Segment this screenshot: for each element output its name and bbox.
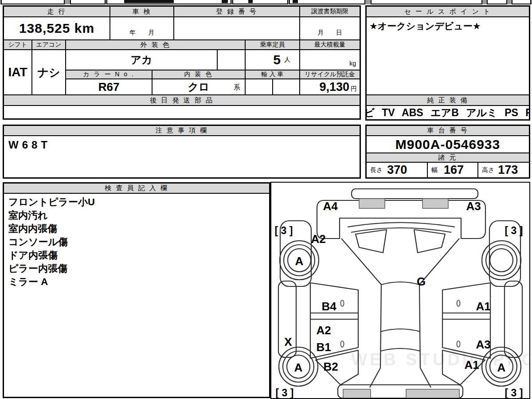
damage-label-x: X <box>284 335 292 348</box>
inspector-item: 室内汚れ <box>8 209 265 222</box>
tire-label-bl: [ 3 ] <box>276 387 294 398</box>
wheel-front-right <box>482 241 521 280</box>
auction-sheet: 走 行 車 検 登 録 番 号 譲渡書類期限 138,525 km 年 月 月 … <box>0 0 532 399</box>
width-value: 167 <box>444 163 464 177</box>
capacity-number: 5 <box>273 52 281 67</box>
height-value: 173 <box>498 163 518 177</box>
capacity-value: 5 人 <box>245 50 300 70</box>
inspector-notes-box: 検 査 員 記 入 欄 フロントピラー小U 室内汚れ 室内内張傷 コンソール傷 … <box>3 182 270 398</box>
hood-line <box>341 239 381 285</box>
front-lamp-left <box>359 199 385 208</box>
sill-right <box>505 281 522 357</box>
cutoff-text-remnant <box>248 0 253 3</box>
door-divider-left <box>310 313 358 319</box>
interior-color-name: クロ <box>188 80 209 94</box>
wheel-label-rr: A <box>497 361 506 374</box>
damage-label-a2-mid: A2 <box>316 324 331 337</box>
chassis-spec-box: 車 台 番 号 M900A-0546933 諸 元 長さ 370 幅 167 高… <box>365 125 530 179</box>
cutoff-cell <box>487 0 507 4</box>
payload-unit: kg <box>300 50 360 70</box>
cowl-curve <box>381 282 419 285</box>
shift-value: IAT <box>4 50 32 95</box>
damage-label-b1: B1 <box>316 340 331 354</box>
cutoff-text-remnant <box>222 0 228 3</box>
seat-right <box>414 230 445 253</box>
aircon-header: エアコン <box>32 40 66 50</box>
color-no-header: カ ラ ー N o . <box>66 70 152 79</box>
sales-point-header: セ ー ル ス ポ イ ン ト <box>366 6 529 17</box>
mileage-value: 138,525 km <box>4 17 110 40</box>
color-no-value: R67 <box>66 79 152 95</box>
damage-label-a3-top: A3 <box>466 200 481 213</box>
capacity-header: 乗車定員 <box>245 40 300 50</box>
inspector-item: コンソール傷 <box>8 235 265 249</box>
damage-label-a1-door: A1 <box>476 300 490 313</box>
import-cell-1 <box>245 79 273 95</box>
inspector-header: 検 査 員 記 入 欄 <box>4 183 270 193</box>
cutoff-cell <box>371 0 482 4</box>
cutoff-cell <box>289 0 365 4</box>
door-handle <box>457 341 460 347</box>
exterior-color-value: アカ <box>66 50 217 70</box>
interior-color-value: クロ 系 <box>152 79 245 95</box>
damage-label-a3-door: A3 <box>476 338 490 351</box>
wiper-arc <box>351 228 451 232</box>
cutoff-cell <box>232 0 288 4</box>
mileage-header: 走 行 <box>4 6 110 17</box>
inspector-item: ピラー内張傷 <box>8 262 265 275</box>
tire-label-tl: [ 3 ] <box>275 225 293 236</box>
door-handle <box>341 341 344 347</box>
aircon-value: ナシ <box>32 50 66 95</box>
cutoff-text-remnant <box>124 0 174 3</box>
width-label: 幅 <box>431 166 438 174</box>
chassis-header: 車 台 番 号 <box>366 125 529 136</box>
registration-header: 登 録 番 号 <box>174 6 300 17</box>
inspector-item: ミラー A <box>8 275 265 289</box>
notes-box: 注 意 事 項 欄 W68T <box>3 125 361 179</box>
transfer-deadline-header: 譲渡書類期限 <box>300 6 360 17</box>
damage-label-a1-quarter: A1 <box>464 358 479 372</box>
rear-lamp-right <box>406 389 459 398</box>
exterior-color-sub-cell <box>217 50 245 70</box>
height-label: 高さ <box>482 166 494 174</box>
length-label: 長さ <box>370 166 383 174</box>
equipment-list: ナビ TV ABS エアB アルミ PS PW <box>366 106 529 120</box>
door-divider-right <box>442 313 490 319</box>
capacity-unit: 人 <box>284 56 290 64</box>
car-top-view-diagram: WEB STUDIO PRO A4 A3 [ 3 ] [ 3 ] A2 A G … <box>271 183 529 398</box>
payload-header: 最大積載量 <box>300 40 360 50</box>
wheel-label-fl: A <box>295 254 304 268</box>
cutoff-cell <box>512 0 531 4</box>
spec-height: 高さ 173 <box>478 162 529 178</box>
inspector-list: フロントピラー小U 室内汚れ 室内内張傷 コンソール傷 ドア内張傷 ピラー内張傷… <box>4 193 270 397</box>
sales-point-box: セ ー ル ス ポ イ ン ト ★オークションデビュー★ 純 正 装 備 ナビ … <box>365 5 530 121</box>
damage-label-b2: B2 <box>323 360 338 373</box>
damage-label-g: G <box>417 275 426 288</box>
damage-diagram-box: WEB STUDIO PRO A4 A3 [ 3 ] [ 3 ] A2 A G … <box>270 182 530 399</box>
door-handle <box>341 300 344 306</box>
interior-color-header: 内 装 色 <box>152 70 245 79</box>
spec-width: 幅 167 <box>427 162 478 178</box>
cutoff-row <box>0 0 532 4</box>
import-header: 輸 入 車 <box>245 70 300 79</box>
notes-text: W68T <box>4 136 360 178</box>
cutoff-text-remnant <box>293 0 298 3</box>
notes-header: 注 意 事 項 欄 <box>4 125 360 136</box>
cutoff-cell <box>70 0 106 4</box>
car-front-panel <box>317 200 485 239</box>
front-lamp-right <box>422 199 448 208</box>
car-front-strip <box>352 189 478 199</box>
damage-label-a4: A4 <box>323 200 338 213</box>
vehicle-info-table: 走 行 車 検 登 録 番 号 譲渡書類期限 138,525 km 年 月 月 … <box>3 5 361 120</box>
later-shipped-parts-header: 後 日 発 送 部 品 <box>4 95 360 106</box>
shift-header: シフト <box>4 40 32 50</box>
transfer-deadline-value: 月 日 <box>300 17 360 40</box>
later-shipped-parts-value <box>4 106 360 119</box>
recycle-deposit-value: 9,130 円 <box>300 79 360 95</box>
registration-value <box>174 17 300 40</box>
chassis-number: M900A-0546933 <box>366 136 529 153</box>
inspection-value: 年 月 <box>110 17 174 40</box>
inspector-item: ドア内張傷 <box>8 249 265 262</box>
inspector-item: フロントピラー小U <box>8 196 265 209</box>
import-cell-2 <box>273 79 300 95</box>
